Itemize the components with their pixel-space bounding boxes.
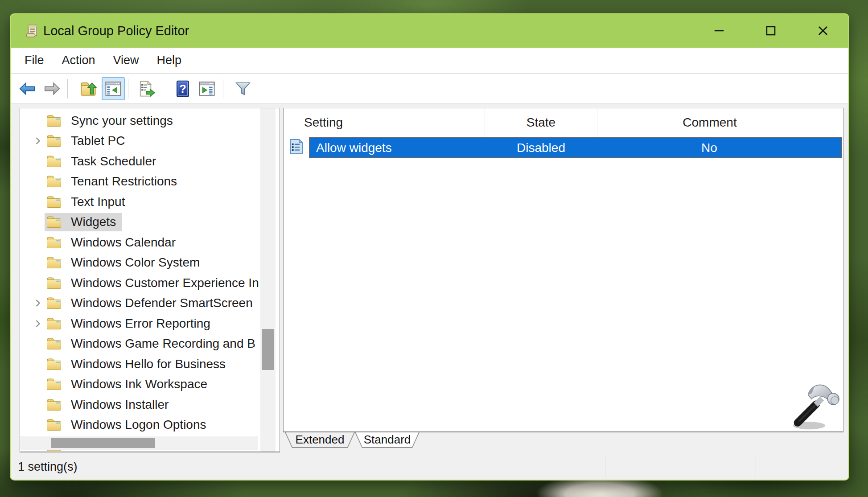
chevron-spacer xyxy=(31,398,45,411)
filter-icon xyxy=(234,79,252,98)
tree-item-sync-your-settings[interactable]: Sync your settings xyxy=(20,111,263,131)
export-list-icon xyxy=(136,79,155,98)
tab-standard[interactable]: Standard xyxy=(355,432,420,448)
tree-item-windows-hello-for-business[interactable]: Windows Hello for Business xyxy=(20,354,263,374)
window-title: Local Group Policy Editor xyxy=(43,14,189,48)
tree-item-windows-calendar[interactable]: Windows Calendar xyxy=(20,232,263,253)
folder-icon xyxy=(46,175,62,188)
forward-icon xyxy=(43,79,62,98)
folder-icon xyxy=(46,276,62,290)
tree-item-windows-error-reporting[interactable]: Windows Error Reporting xyxy=(20,313,263,334)
tree-item-text-input[interactable]: Text Input xyxy=(20,192,263,212)
show-properties-icon xyxy=(197,79,216,98)
setting-row-allow-widgets[interactable]: Allow widgets Disabled No xyxy=(309,137,842,158)
forward-button[interactable] xyxy=(42,79,62,99)
tree-item-tablet-pc[interactable]: Tablet PC xyxy=(20,131,263,152)
toolbar-separator xyxy=(67,79,68,99)
tab-extended[interactable]: Extended xyxy=(285,432,355,448)
tree-item-task-scheduler[interactable]: Task Scheduler xyxy=(20,151,263,172)
policy-setting-icon xyxy=(289,138,304,156)
minimize-button[interactable] xyxy=(705,19,733,43)
tree-item-label: Windows Calendar xyxy=(71,235,176,250)
help-icon: ? xyxy=(173,79,192,98)
local-group-policy-editor-window: Local Group Policy Editor File Action Vi… xyxy=(10,13,849,481)
folder-icon xyxy=(46,418,62,431)
maximize-button[interactable] xyxy=(757,19,785,43)
selected-tree-item[interactable]: Widgets xyxy=(45,213,122,231)
menu-help[interactable]: Help xyxy=(157,53,182,67)
show-properties-button[interactable] xyxy=(197,79,217,99)
back-button[interactable] xyxy=(17,79,37,99)
tree-item-windows-color-system[interactable]: Windows Color System xyxy=(20,253,263,273)
folder-icon xyxy=(46,114,62,127)
chevron-spacer xyxy=(31,236,45,249)
list-header: Setting State Comment xyxy=(284,108,843,137)
chevron-right-icon[interactable] xyxy=(31,317,45,330)
title-bar[interactable]: Local Group Policy Editor xyxy=(11,14,848,48)
close-button[interactable] xyxy=(809,19,837,43)
tree-item-windows-ink-workspace[interactable]: Windows Ink Workspace xyxy=(20,374,263,395)
column-header-comment[interactable]: Comment xyxy=(597,108,822,137)
tree-horizontal-scrollbar[interactable] xyxy=(20,436,258,450)
chevron-spacer xyxy=(31,378,45,391)
back-icon xyxy=(18,79,37,98)
tree-item-label: Windows Error Reporting xyxy=(71,316,210,331)
folder-icon xyxy=(46,357,62,371)
chevron-right-icon[interactable] xyxy=(31,134,45,148)
toolbar-separator xyxy=(163,79,163,99)
tree-item-windows-defender-smartscreen[interactable]: Windows Defender SmartScreen xyxy=(20,293,263,314)
status-separator xyxy=(756,455,756,478)
tree-item-label: Windows Color System xyxy=(71,255,200,270)
tree-item-tenant-restrictions[interactable]: Tenant Restrictions xyxy=(20,172,263,192)
folder-icon xyxy=(46,296,62,310)
up-one-level-button[interactable] xyxy=(78,79,98,99)
folder-icon xyxy=(46,195,62,209)
folder-icon xyxy=(46,337,62,350)
tree-vertical-scrollbar[interactable] xyxy=(260,108,276,452)
column-header-state[interactable]: State xyxy=(485,108,597,137)
tree-item-windows-logon-options[interactable]: Windows Logon Options xyxy=(20,415,263,435)
chevron-spacer xyxy=(31,155,45,168)
tree-item-label: Windows Defender SmartScreen xyxy=(71,296,253,310)
chevron-spacer xyxy=(31,175,45,188)
tree-item-windows-customer-experience[interactable]: Windows Customer Experience In xyxy=(20,273,263,293)
chevron-spacer xyxy=(31,357,45,371)
help-button[interactable]: ? xyxy=(173,79,193,99)
show-console-tree-button[interactable] xyxy=(103,79,123,99)
tab-standard-label[interactable]: Standard xyxy=(356,432,419,447)
tree-item-label: Windows Ink Workspace xyxy=(71,377,207,391)
column-header-setting[interactable]: Setting xyxy=(284,108,485,137)
tree-item-label: Task Scheduler xyxy=(71,154,156,168)
tree-rows: Sync your settings Tablet PC Task Schedu… xyxy=(20,111,263,452)
filter-button[interactable] xyxy=(233,79,253,99)
menu-bar: File Action View Help xyxy=(11,48,848,74)
folder-icon xyxy=(46,317,62,330)
svg-text:?: ? xyxy=(179,82,186,95)
menu-file[interactable]: File xyxy=(25,53,44,67)
tree-item-label: Windows Customer Experience In xyxy=(71,276,259,290)
chevron-spacer xyxy=(31,276,45,290)
chevron-spacer xyxy=(31,256,45,269)
chevron-right-icon[interactable] xyxy=(31,296,45,310)
menu-action[interactable]: Action xyxy=(62,53,95,67)
console-tree-panel: Sync your settings Tablet PC Task Schedu… xyxy=(20,108,280,452)
folder-icon xyxy=(46,134,62,148)
tree-horizontal-scrollbar-thumb[interactable] xyxy=(51,438,155,448)
tree-item-windows-installer[interactable]: Windows Installer xyxy=(20,394,263,415)
tab-extended-label[interactable]: Extended xyxy=(286,432,354,447)
gpedit-scroll-icon xyxy=(25,23,40,38)
tree-vertical-scrollbar-thumb[interactable] xyxy=(262,329,274,370)
tree-item-label: Widgets xyxy=(71,215,116,229)
folder-icon xyxy=(46,155,62,168)
chevron-spacer xyxy=(31,418,45,431)
chevron-spacer xyxy=(31,337,45,350)
tree-item-widgets[interactable]: Widgets xyxy=(20,212,263,233)
tree-item-label: Tenant Restrictions xyxy=(71,174,177,189)
menu-view[interactable]: View xyxy=(113,53,139,67)
settings-list-panel: Setting State Comment Allow widgets Disa… xyxy=(283,108,843,432)
status-text: 1 setting(s) xyxy=(18,454,78,480)
chevron-spacer xyxy=(31,114,45,127)
tree-item-windows-game-recording[interactable]: Windows Game Recording and B xyxy=(20,334,263,354)
status-separator xyxy=(605,455,605,478)
export-list-button[interactable] xyxy=(136,79,156,99)
